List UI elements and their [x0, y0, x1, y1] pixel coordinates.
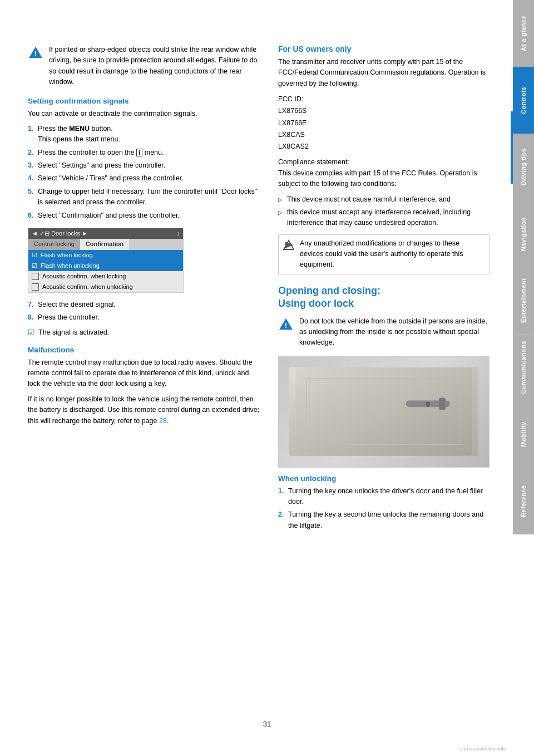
compliance-text: This device complies with part 15 of the… — [278, 169, 477, 188]
main-content: ! If pointed or sharp-edged objects coul… — [0, 0, 513, 756]
door-image-inner — [289, 367, 478, 455]
page-container: ! If pointed or sharp-edged objects coul… — [0, 0, 534, 756]
unlock-step-2: 2. Turning the key a second time unlocks… — [278, 509, 490, 531]
step-6: 6. Select "Confirmation" and press the c… — [28, 210, 261, 221]
screen-row-acoustic-unlocking: Acoustic confirm. when unlocking — [28, 282, 183, 292]
screen-row-acoustic-locking: Acoustic confirm. when locking — [28, 271, 183, 282]
door-svg — [289, 367, 478, 455]
malfunctions-para1: The remote control may malfunction due t… — [28, 357, 261, 390]
left-column: ! If pointed or sharp-edged objects coul… — [28, 45, 261, 734]
warning-triangle-icon: ! — [28, 46, 43, 59]
sidebar-tab-entertainment[interactable]: Entertainment — [513, 267, 534, 334]
screen-mockup: ◄ ✓⊟ Door locks ► ↕ Central locking Conf… — [28, 228, 184, 293]
fcc-codes-block: FCC ID: LX8766S LX8766E LX8CAS LX8CAS2 — [278, 94, 490, 153]
page-number: 31 — [263, 714, 271, 734]
step-3: 3. Select "Settings" and press the contr… — [28, 160, 261, 171]
sidebar-tab-at-glance[interactable]: At a glance — [513, 0, 534, 67]
page-28-link[interactable]: 28 — [159, 417, 167, 425]
step-1: 1. Press the MENU button. This opens the… — [28, 124, 261, 145]
malfunctions-para2: If it is no longer possible to lock the … — [28, 394, 261, 426]
when-unlocking-heading: When unlocking — [278, 474, 490, 483]
sidebar-tab-mobility[interactable]: Mobility — [513, 401, 534, 468]
warning-triangle-door-icon: ! — [278, 317, 294, 331]
controls-active-bar — [511, 111, 513, 184]
svg-rect-11 — [439, 398, 446, 410]
setting-confirmation-heading: Setting confirmation signals — [28, 97, 261, 105]
svg-rect-8 — [296, 367, 472, 455]
unlock-step-1: 1. Turning the key once unlocks the driv… — [278, 486, 490, 508]
for-us-owners-heading: For US owners only — [278, 45, 490, 53]
step-8: 8. Press the controller. — [28, 312, 261, 323]
screen-row-flash-unlocking: ☑ Flash when unlocking — [28, 261, 183, 271]
confirmation-steps-list: 1. Press the MENU button. This opens the… — [28, 124, 261, 221]
screen-header: ◄ ✓⊟ Door locks ► ↕ — [28, 228, 183, 239]
sidebar-tab-driving-tips[interactable]: Driving tips — [513, 134, 534, 200]
checkmark-icon: ☑ — [28, 328, 35, 337]
compliance-heading: Compliance statement: This device compli… — [278, 157, 490, 189]
activated-text: The signal is activated. — [38, 328, 109, 336]
notice-triangle-icon — [283, 239, 295, 271]
warning-text-top: If pointed or sharp-edged objects could … — [49, 45, 261, 88]
bullet-1: This device must not cause harmful inter… — [278, 194, 490, 205]
sidebar-tab-communications[interactable]: Communications — [513, 334, 534, 401]
fcc-label: FCC ID: — [278, 95, 303, 103]
svg-rect-13 — [427, 404, 429, 408]
notice-box: Any unauthorized modifications or change… — [278, 234, 490, 274]
notice-text: Any unauthorized modifications or change… — [300, 238, 484, 271]
right-column: For US owners only The transmitter and r… — [278, 45, 490, 734]
screen-row-flash-locking: ☑ Flash when locking — [28, 250, 183, 261]
step-2: 2. Press the controller to open the i me… — [28, 148, 261, 158]
warning-box-top: ! If pointed or sharp-edged objects coul… — [28, 45, 261, 88]
screen-tabs: Central locking Confirmation — [28, 239, 183, 250]
unlocking-steps: 1. Turning the key once unlocks the driv… — [278, 486, 490, 532]
sidebar-tab-reference[interactable]: Reference — [513, 468, 534, 534]
activated-text-row: ☑ The signal is activated. — [28, 328, 261, 337]
screen-tab-central: Central locking — [28, 239, 80, 250]
svg-text:!: ! — [285, 321, 287, 330]
bullet-2: this device must accept any interference… — [278, 207, 490, 229]
warning-box-door: ! Do not lock the vehicle from the outsi… — [278, 316, 490, 348]
svg-text:!: ! — [34, 50, 37, 58]
door-warning-text: Do not lock the vehicle from the outside… — [299, 316, 490, 348]
step-5: 5. Change to upper field if necessary. T… — [28, 186, 261, 208]
confirmation-intro: You can activate or deactivate the confi… — [28, 109, 261, 119]
fcc-para1: The transmitter and receiver units compl… — [278, 57, 490, 89]
watermark: carmanualonline.info — [460, 746, 506, 752]
steps-7-8: 7. Select the desired signal. 8. Press t… — [28, 300, 261, 323]
compliance-bullets: This device must not cause harmful inter… — [278, 194, 490, 229]
malfunctions-heading: Malfunctions — [28, 346, 261, 354]
screen-tab-confirmation: Confirmation — [80, 239, 129, 250]
step-7: 7. Select the desired signal. — [28, 300, 261, 310]
sidebar-tab-controls[interactable]: Controls — [513, 67, 534, 134]
door-image — [278, 356, 490, 468]
opening-closing-heading: Opening and closing:Using door lock — [278, 284, 490, 311]
sidebar: At a glance Controls Driving tips Naviga… — [513, 0, 534, 756]
step-4: 4. Select "Vehicle / Tires" and press th… — [28, 173, 261, 184]
sidebar-tab-navigation[interactable]: Navigation — [513, 200, 534, 267]
